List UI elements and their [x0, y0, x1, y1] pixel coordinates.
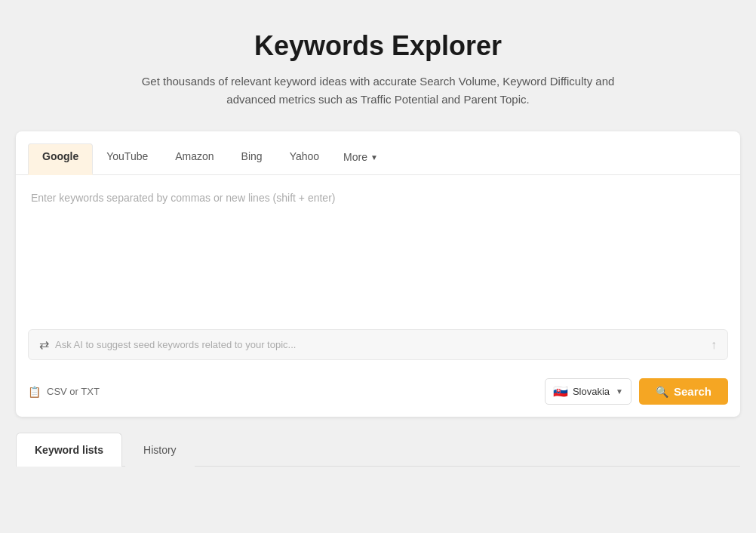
search-engine-tabs: Google YouTube Amazon Bing Yahoo More ▼ — [16, 131, 740, 175]
ai-submit-icon[interactable]: ↑ — [711, 338, 717, 352]
tab-amazon[interactable]: Amazon — [161, 144, 227, 175]
country-flag: 🇸🇰 — [553, 384, 568, 399]
search-icon: 🔍 — [656, 386, 668, 398]
tab-history[interactable]: History — [125, 433, 195, 467]
tab-yahoo[interactable]: Yahoo — [276, 144, 333, 175]
ai-suggest-row: ⇄ ↑ — [28, 329, 728, 360]
country-name: Slovakia — [573, 386, 610, 397]
page-title: Keywords Explorer — [121, 30, 635, 62]
search-button[interactable]: 🔍 Search — [639, 378, 728, 405]
tab-youtube[interactable]: YouTube — [93, 144, 161, 175]
country-selector[interactable]: 🇸🇰 Slovakia ▼ — [545, 378, 632, 405]
keyword-input[interactable] — [16, 175, 740, 326]
tab-google[interactable]: Google — [28, 143, 93, 175]
tab-keyword-lists[interactable]: Keyword lists — [16, 433, 122, 467]
ai-suggest-input[interactable] — [55, 339, 705, 350]
right-controls: 🇸🇰 Slovakia ▼ 🔍 Search — [545, 378, 728, 405]
csv-upload-label: CSV or TXT — [47, 386, 100, 397]
csv-upload[interactable]: 📋 CSV or TXT — [28, 386, 100, 398]
tab-more[interactable]: More ▼ — [333, 145, 389, 174]
tab-more-label: More — [343, 151, 367, 163]
ai-icon: ⇄ — [39, 337, 49, 352]
bottom-controls: 📋 CSV or TXT 🇸🇰 Slovakia ▼ 🔍 Search — [16, 369, 740, 417]
page-subtitle: Get thousands of relevant keyword ideas … — [121, 72, 635, 109]
search-button-label: Search — [674, 385, 711, 398]
chevron-down-icon: ▼ — [370, 153, 378, 162]
main-card: Google YouTube Amazon Bing Yahoo More ▼ … — [16, 131, 740, 417]
bottom-tabs: Keyword lists History — [16, 432, 740, 467]
upload-icon: 📋 — [28, 386, 41, 398]
tab-bing[interactable]: Bing — [228, 144, 276, 175]
chevron-down-icon: ▼ — [616, 387, 623, 396]
